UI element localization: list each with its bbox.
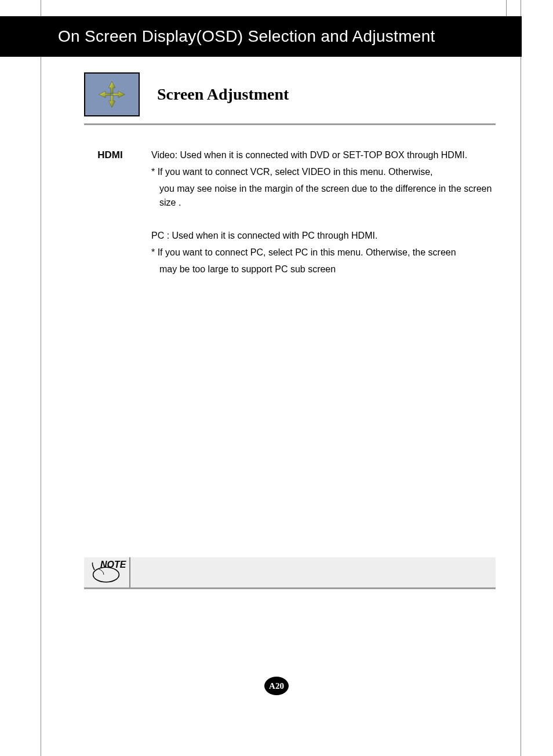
hdmi-label: HDMI [84, 148, 136, 279]
hdmi-pc-note1: * If you want to connect PC, select PC i… [151, 246, 496, 260]
hdmi-pc-line: PC : Used when it is connected with PC t… [151, 229, 496, 243]
note-block: NOTE [84, 557, 496, 589]
section-heading-row: Screen Adjustment [84, 72, 496, 116]
note-bar: NOTE [84, 557, 496, 587]
hdmi-video-note2: you may see noise in the margin of the s… [151, 182, 496, 211]
hdmi-video-line: Video: Used when it is connected with DV… [151, 148, 496, 163]
arrows-icon [96, 78, 128, 111]
page-number-container: A20 [0, 677, 553, 695]
svg-marker-1 [108, 96, 115, 108]
note-label: NOTE [100, 560, 126, 570]
crop-mark [506, 0, 507, 17]
hdmi-body: Video: Used when it is connected with DV… [151, 148, 496, 279]
section-title: Screen Adjustment [157, 85, 289, 104]
screen-adjust-icon [84, 72, 140, 116]
hdmi-pc-note2: may be too large to support PC sub scree… [151, 262, 496, 277]
note-rule [84, 587, 496, 589]
page-number: A20 [264, 677, 289, 695]
note-divider [129, 557, 130, 587]
hdmi-row: HDMI Video: Used when it is connected wi… [84, 148, 496, 279]
svg-marker-2 [99, 91, 111, 97]
svg-marker-3 [113, 91, 125, 97]
svg-marker-0 [108, 82, 115, 94]
section-rule [84, 123, 496, 125]
content-area: Screen Adjustment HDMI Video: Used when … [84, 72, 496, 279]
page-header: On Screen Display(OSD) Selection and Adj… [0, 16, 522, 57]
page-number-text: A20 [269, 681, 284, 691]
hdmi-video-note1: * If you want to connect VCR, select VID… [151, 165, 496, 180]
header-title: On Screen Display(OSD) Selection and Adj… [58, 27, 435, 46]
